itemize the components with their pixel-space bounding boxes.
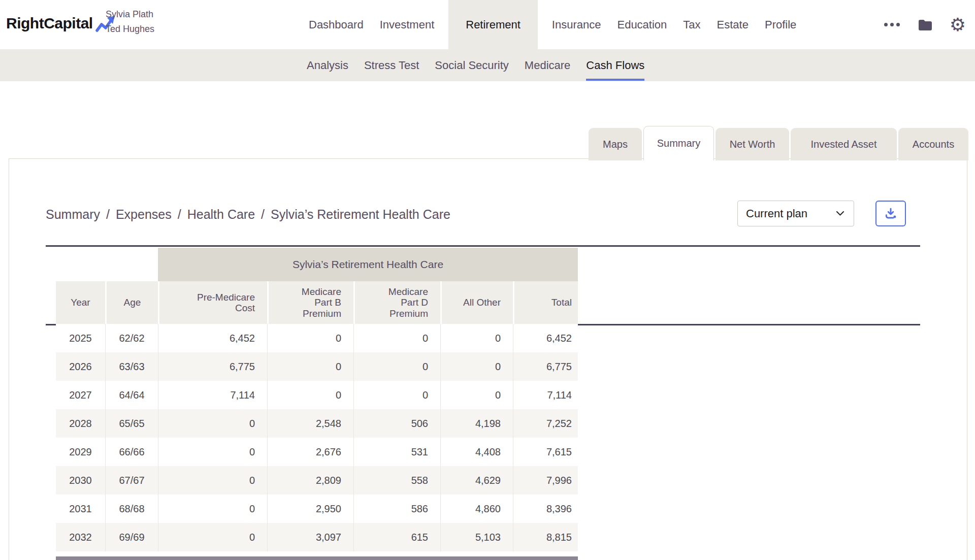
table-cell: 0 [440, 381, 513, 409]
folder-icon[interactable] [918, 19, 932, 31]
table-cell: 2,548 [267, 409, 353, 438]
table-cell: 7,114 [158, 381, 267, 409]
tab-maps[interactable]: Maps [589, 128, 642, 160]
breadcrumb-separator: / [261, 207, 265, 222]
plan-select[interactable]: Current plan [737, 201, 854, 226]
breadcrumb-summary[interactable]: Summary [46, 207, 100, 222]
table-cell: 0 [267, 324, 353, 352]
table-cell: 6,452 [513, 324, 578, 352]
nav-item-insurance[interactable]: Insurance [552, 18, 601, 31]
table-cell: 2,950 [267, 495, 353, 523]
table-cell: 6,775 [513, 352, 578, 381]
gear-icon[interactable]: ⚙ [950, 16, 966, 34]
column-header-pre-medicare-cost: Pre-Medicare Cost [158, 281, 267, 324]
table-cell: 2030 [56, 466, 105, 495]
tab-accounts[interactable]: Accounts [898, 128, 968, 160]
app-window: RightCapital Sylvia Plath Ted Hughes Das… [0, 0, 975, 560]
table-cell: 2032 [56, 523, 105, 551]
breadcrumb-separator: / [106, 207, 110, 222]
column-header-medicare-part-b-premium: Medicare Part B Premium [267, 281, 353, 324]
table-cell: 2027 [56, 381, 105, 409]
table-cell: 0 [267, 381, 353, 409]
table-cell: 2031 [56, 495, 105, 523]
primary-nav: DashboardInvestmentRetirementInsuranceEd… [309, 0, 796, 49]
table-cell: 615 [353, 523, 440, 551]
column-header-all-other: All Other [440, 281, 513, 324]
table-cell: 65/65 [105, 409, 158, 438]
table-row: 202562/626,4520006,452 [56, 324, 578, 352]
table-row: 203168/6802,9505864,8608,396 [56, 495, 578, 523]
table-cell: 2029 [56, 438, 105, 466]
nav-item-profile[interactable]: Profile [765, 18, 796, 31]
table-header-row: YearAgePre-Medicare CostMedicare Part B … [56, 281, 578, 324]
more-icon[interactable] [883, 21, 901, 28]
subnav-item-stress-test[interactable]: Stress Test [364, 49, 419, 81]
table-cell: 0 [353, 381, 440, 409]
table-cell: 0 [158, 409, 267, 438]
nav-item-dashboard[interactable]: Dashboard [309, 18, 364, 31]
table-cell: 558 [353, 466, 440, 495]
table-cell: 4,198 [440, 409, 513, 438]
nav-item-education[interactable]: Education [617, 18, 667, 31]
table-group-header-row: Sylvia’s Retirement Health Care [56, 248, 578, 281]
table-cell: 4,860 [440, 495, 513, 523]
nav-item-estate[interactable]: Estate [717, 18, 749, 31]
breadcrumb-expenses[interactable]: Expenses [116, 207, 172, 222]
table-cell: 7,996 [513, 466, 578, 495]
nav-item-retirement[interactable]: Retirement [448, 0, 538, 49]
subnav-item-cash-flows[interactable]: Cash Flows [586, 49, 644, 81]
subnav-item-medicare[interactable]: Medicare [525, 49, 570, 81]
table-cell: 4,629 [440, 466, 513, 495]
table-row: 202966/6602,6765314,4087,615 [56, 438, 578, 466]
tab-summary[interactable]: Summary [643, 126, 714, 160]
breadcrumb-health-care[interactable]: Health Care [187, 207, 255, 222]
table-cell: 0 [353, 352, 440, 381]
table-row: 202865/6502,5485064,1987,252 [56, 409, 578, 438]
plan-select-value: Current plan [746, 207, 807, 220]
header-icons: ⚙ [883, 0, 966, 49]
table-row: 203067/6702,8095584,6297,996 [56, 466, 578, 495]
nav-item-tax[interactable]: Tax [683, 18, 700, 31]
table-cell: 0 [440, 352, 513, 381]
table-cell: 7,615 [513, 438, 578, 466]
logo-text: RightCapital [6, 15, 93, 32]
health-care-table: Sylvia’s Retirement Health Care YearAgeP… [56, 248, 578, 551]
table-cell: 4,408 [440, 438, 513, 466]
table-cell: 8,396 [513, 495, 578, 523]
table-row: 202663/636,7750006,775 [56, 352, 578, 381]
table-top-rule [46, 245, 920, 247]
client-names[interactable]: Sylvia Plath Ted Hughes [106, 7, 154, 37]
tab-net-worth[interactable]: Net Worth [716, 128, 789, 160]
table-cell: 2,676 [267, 438, 353, 466]
column-header-year: Year [56, 281, 105, 324]
table-cell: 62/62 [105, 324, 158, 352]
table-cell: 0 [158, 495, 267, 523]
table-cell: 0 [158, 438, 267, 466]
download-button[interactable] [875, 201, 906, 226]
table-cell: 531 [353, 438, 440, 466]
tab-invested-asset[interactable]: Invested Asset [791, 128, 897, 160]
table-cell: 0 [440, 324, 513, 352]
table-cell: 8,815 [513, 523, 578, 551]
table-cell: 5,103 [440, 523, 513, 551]
horizontal-scrollbar[interactable] [56, 556, 578, 560]
table-row: 202764/647,1140007,114 [56, 381, 578, 409]
table-cell: 66/66 [105, 438, 158, 466]
table-cell: 6,775 [158, 352, 267, 381]
table-cell: 7,114 [513, 381, 578, 409]
table-cell: 63/63 [105, 352, 158, 381]
table-cell: 506 [353, 409, 440, 438]
retirement-subnav: AnalysisStress TestSocial SecurityMedica… [0, 49, 975, 81]
breadcrumb-separator: / [178, 207, 181, 222]
table-cell: 3,097 [267, 523, 353, 551]
table-cell: 7,252 [513, 409, 578, 438]
table-cell: 0 [158, 523, 267, 551]
table-cell: 6,452 [158, 324, 267, 352]
subnav-item-social-security[interactable]: Social Security [435, 49, 509, 81]
rightcapital-logo[interactable]: RightCapital [6, 12, 115, 35]
subnav-item-analysis[interactable]: Analysis [307, 49, 348, 81]
nav-item-investment[interactable]: Investment [380, 18, 435, 31]
table-cell: 0 [158, 466, 267, 495]
column-header-age: Age [105, 281, 158, 324]
client-name-1: Sylvia Plath [106, 7, 154, 22]
